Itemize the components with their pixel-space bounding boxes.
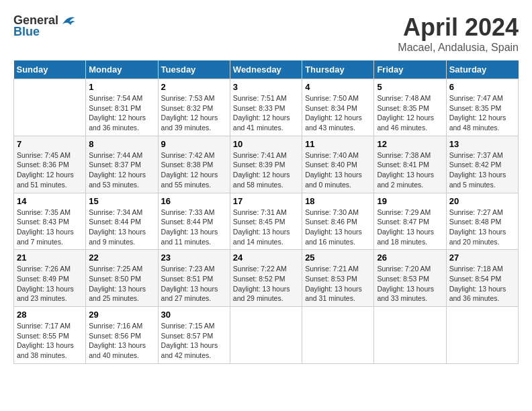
week-row-3: 14Sunrise: 7:35 AM Sunset: 8:43 PM Dayli… — [14, 193, 519, 250]
day-info: Sunrise: 7:29 AM Sunset: 8:47 PM Dayligh… — [377, 208, 443, 247]
calendar-cell — [230, 307, 302, 364]
col-header-sunday: Sunday — [14, 60, 86, 79]
logo-blue-text: Blue — [13, 25, 40, 39]
calendar-cell: 21Sunrise: 7:26 AM Sunset: 8:49 PM Dayli… — [14, 250, 86, 307]
day-info: Sunrise: 7:54 AM Sunset: 8:31 PM Dayligh… — [89, 93, 154, 133]
day-info: Sunrise: 7:47 AM Sunset: 8:35 PM Dayligh… — [449, 93, 515, 133]
calendar-cell: 3Sunrise: 7:51 AM Sunset: 8:33 PM Daylig… — [230, 79, 302, 136]
day-info: Sunrise: 7:34 AM Sunset: 8:44 PM Dayligh… — [89, 208, 154, 247]
calendar-cell: 17Sunrise: 7:31 AM Sunset: 8:45 PM Dayli… — [230, 193, 302, 250]
calendar-cell: 22Sunrise: 7:25 AM Sunset: 8:50 PM Dayli… — [86, 250, 158, 307]
day-info: Sunrise: 7:45 AM Sunset: 8:36 PM Dayligh… — [17, 150, 83, 190]
logo-bird-icon — [60, 14, 76, 28]
col-header-thursday: Thursday — [302, 60, 374, 79]
calendar-cell: 19Sunrise: 7:29 AM Sunset: 8:47 PM Dayli… — [374, 193, 446, 250]
calendar-cell: 8Sunrise: 7:44 AM Sunset: 8:37 PM Daylig… — [86, 136, 158, 193]
title-section: April 2024 Macael, Andalusia, Spain — [398, 13, 519, 54]
calendar-cell: 6Sunrise: 7:47 AM Sunset: 8:35 PM Daylig… — [446, 79, 518, 136]
day-number: 10 — [233, 139, 299, 149]
day-number: 6 — [449, 82, 515, 92]
day-info: Sunrise: 7:26 AM Sunset: 8:49 PM Dayligh… — [17, 264, 83, 304]
day-number: 25 — [305, 253, 371, 263]
calendar-cell: 30Sunrise: 7:15 AM Sunset: 8:57 PM Dayli… — [158, 307, 230, 364]
day-number: 22 — [89, 253, 154, 263]
day-number: 1 — [89, 82, 154, 92]
day-number: 14 — [17, 196, 83, 206]
day-number: 8 — [89, 139, 154, 149]
day-number: 5 — [377, 82, 443, 92]
calendar-cell: 9Sunrise: 7:42 AM Sunset: 8:38 PM Daylig… — [158, 136, 230, 193]
calendar-title: April 2024 — [398, 13, 519, 42]
calendar-cell: 29Sunrise: 7:16 AM Sunset: 8:56 PM Dayli… — [86, 307, 158, 364]
day-info: Sunrise: 7:27 AM Sunset: 8:48 PM Dayligh… — [449, 208, 515, 247]
calendar-cell — [302, 307, 374, 364]
day-info: Sunrise: 7:48 AM Sunset: 8:35 PM Dayligh… — [377, 93, 443, 133]
day-number: 2 — [161, 82, 227, 92]
week-row-2: 7Sunrise: 7:45 AM Sunset: 8:36 PM Daylig… — [14, 136, 519, 193]
calendar-cell — [14, 79, 86, 136]
calendar-cell: 13Sunrise: 7:37 AM Sunset: 8:42 PM Dayli… — [446, 136, 518, 193]
calendar-cell: 23Sunrise: 7:23 AM Sunset: 8:51 PM Dayli… — [158, 250, 230, 307]
day-info: Sunrise: 7:18 AM Sunset: 8:54 PM Dayligh… — [449, 264, 515, 304]
day-number: 24 — [233, 253, 299, 263]
day-info: Sunrise: 7:16 AM Sunset: 8:56 PM Dayligh… — [89, 321, 154, 361]
day-info: Sunrise: 7:50 AM Sunset: 8:34 PM Dayligh… — [305, 93, 371, 133]
calendar-cell: 26Sunrise: 7:20 AM Sunset: 8:53 PM Dayli… — [374, 250, 446, 307]
day-info: Sunrise: 7:35 AM Sunset: 8:43 PM Dayligh… — [17, 208, 83, 247]
calendar-cell — [446, 307, 518, 364]
calendar-cell: 1Sunrise: 7:54 AM Sunset: 8:31 PM Daylig… — [86, 79, 158, 136]
calendar-cell: 16Sunrise: 7:33 AM Sunset: 8:44 PM Dayli… — [158, 193, 230, 250]
day-number: 9 — [161, 139, 227, 149]
col-header-wednesday: Wednesday — [230, 60, 302, 79]
day-number: 12 — [377, 139, 443, 149]
calendar-cell: 10Sunrise: 7:41 AM Sunset: 8:39 PM Dayli… — [230, 136, 302, 193]
day-info: Sunrise: 7:41 AM Sunset: 8:39 PM Dayligh… — [233, 150, 299, 190]
calendar-cell: 18Sunrise: 7:30 AM Sunset: 8:46 PM Dayli… — [302, 193, 374, 250]
calendar-cell: 4Sunrise: 7:50 AM Sunset: 8:34 PM Daylig… — [302, 79, 374, 136]
day-info: Sunrise: 7:21 AM Sunset: 8:53 PM Dayligh… — [305, 264, 371, 304]
calendar-cell: 15Sunrise: 7:34 AM Sunset: 8:44 PM Dayli… — [86, 193, 158, 250]
day-number: 17 — [233, 196, 299, 206]
day-info: Sunrise: 7:44 AM Sunset: 8:37 PM Dayligh… — [89, 150, 154, 190]
calendar-cell: 20Sunrise: 7:27 AM Sunset: 8:48 PM Dayli… — [446, 193, 518, 250]
day-number: 19 — [377, 196, 443, 206]
logo: General Blue — [13, 13, 76, 39]
header: General Blue April 2024 Macael, Andalusi… — [13, 13, 519, 54]
day-number: 16 — [161, 196, 227, 206]
col-header-tuesday: Tuesday — [158, 60, 230, 79]
calendar-cell: 27Sunrise: 7:18 AM Sunset: 8:54 PM Dayli… — [446, 250, 518, 307]
week-row-1: 1Sunrise: 7:54 AM Sunset: 8:31 PM Daylig… — [14, 79, 519, 136]
day-number: 3 — [233, 82, 299, 92]
day-number: 20 — [449, 196, 515, 206]
day-info: Sunrise: 7:30 AM Sunset: 8:46 PM Dayligh… — [305, 208, 371, 247]
calendar-subtitle: Macael, Andalusia, Spain — [398, 42, 519, 54]
day-number: 18 — [305, 196, 371, 206]
day-number: 15 — [89, 196, 154, 206]
week-row-5: 28Sunrise: 7:17 AM Sunset: 8:55 PM Dayli… — [14, 307, 519, 364]
day-info: Sunrise: 7:23 AM Sunset: 8:51 PM Dayligh… — [161, 264, 227, 304]
calendar-cell: 2Sunrise: 7:53 AM Sunset: 8:32 PM Daylig… — [158, 79, 230, 136]
day-number: 11 — [305, 139, 371, 149]
day-info: Sunrise: 7:51 AM Sunset: 8:33 PM Dayligh… — [233, 93, 299, 133]
calendar-cell: 28Sunrise: 7:17 AM Sunset: 8:55 PM Dayli… — [14, 307, 86, 364]
calendar-cell: 24Sunrise: 7:22 AM Sunset: 8:52 PM Dayli… — [230, 250, 302, 307]
day-number: 27 — [449, 253, 515, 263]
day-info: Sunrise: 7:33 AM Sunset: 8:44 PM Dayligh… — [161, 208, 227, 247]
col-header-friday: Friday — [374, 60, 446, 79]
day-info: Sunrise: 7:42 AM Sunset: 8:38 PM Dayligh… — [161, 150, 227, 190]
col-header-monday: Monday — [86, 60, 158, 79]
day-number: 4 — [305, 82, 371, 92]
day-number: 13 — [449, 139, 515, 149]
calendar-cell: 12Sunrise: 7:38 AM Sunset: 8:41 PM Dayli… — [374, 136, 446, 193]
calendar-cell: 5Sunrise: 7:48 AM Sunset: 8:35 PM Daylig… — [374, 79, 446, 136]
day-info: Sunrise: 7:15 AM Sunset: 8:57 PM Dayligh… — [161, 321, 227, 361]
day-number: 21 — [17, 253, 83, 263]
calendar-cell: 7Sunrise: 7:45 AM Sunset: 8:36 PM Daylig… — [14, 136, 86, 193]
day-number: 29 — [89, 310, 154, 320]
calendar-cell: 14Sunrise: 7:35 AM Sunset: 8:43 PM Dayli… — [14, 193, 86, 250]
week-row-4: 21Sunrise: 7:26 AM Sunset: 8:49 PM Dayli… — [14, 250, 519, 307]
calendar-cell: 25Sunrise: 7:21 AM Sunset: 8:53 PM Dayli… — [302, 250, 374, 307]
day-info: Sunrise: 7:40 AM Sunset: 8:40 PM Dayligh… — [305, 150, 371, 190]
day-info: Sunrise: 7:38 AM Sunset: 8:41 PM Dayligh… — [377, 150, 443, 190]
day-info: Sunrise: 7:22 AM Sunset: 8:52 PM Dayligh… — [233, 264, 299, 304]
